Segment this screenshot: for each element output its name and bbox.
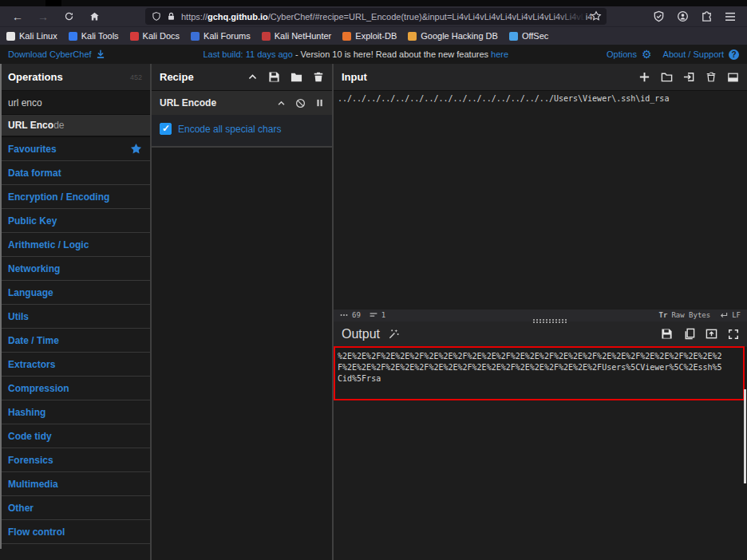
bookmark-item[interactable]: Kali Forums (191, 31, 251, 41)
category-item[interactable]: Hashing (0, 400, 150, 424)
category-item[interactable]: Favourites (0, 137, 150, 161)
operations-search-input[interactable] (0, 91, 150, 114)
gear-icon[interactable]: ⚙ (642, 49, 652, 60)
encoding-value[interactable]: Raw Bytes (671, 311, 710, 319)
category-item[interactable]: Forensics (0, 448, 150, 472)
clear-input-icon[interactable] (706, 71, 717, 83)
category-item[interactable]: Networking (0, 257, 150, 281)
eol-return-icon (719, 312, 728, 319)
add-input-tab-icon[interactable] (638, 71, 650, 83)
input-text[interactable]: ../../../../../../../../../../../../../.… (338, 93, 743, 105)
bookmark-label: Google Hacking DB (421, 31, 498, 41)
output-text[interactable]: %2E%2E%2F%2E%2E%2F%2E%2E%2F%2E%2E%2F%2E%… (334, 347, 728, 385)
reload-icon (64, 11, 74, 22)
download-icon[interactable] (96, 49, 105, 59)
shield-icon[interactable] (152, 11, 161, 22)
arg-checkbox[interactable] (160, 123, 172, 135)
recipe-panel: Recipe URL Encode Encode all special cha… (152, 64, 334, 560)
url-text[interactable]: https://gchq.github.io/CyberChef/#recipe… (181, 12, 600, 22)
category-item[interactable]: Compression (0, 377, 150, 400)
eol-value[interactable]: LF (732, 311, 741, 319)
text-encoding-icon[interactable]: Tr (659, 311, 668, 319)
lock-icon[interactable] (167, 11, 176, 22)
tab-strip (0, 0, 747, 6)
main-area: Operations 452 URL Encode Favourites Dat… (0, 64, 747, 560)
operation-args-row: Encode all special chars (152, 115, 332, 148)
copy-output-icon[interactable] (683, 328, 695, 340)
category-item[interactable]: Multimedia (0, 472, 150, 496)
line-count-icon (370, 312, 377, 319)
category-item[interactable]: Language (0, 281, 150, 305)
bookmark-favicon (509, 32, 518, 41)
bookmark-label: Kali Linux (19, 31, 57, 41)
bookmark-item[interactable]: Kali Tools (69, 31, 119, 41)
bookmark-favicon (130, 32, 139, 41)
extensions-icon[interactable] (701, 10, 713, 22)
category-label: Flow control (8, 526, 65, 538)
result-match-text: URL Enco (8, 120, 53, 131)
bookmark-item[interactable]: Kali NetHunter (262, 31, 332, 41)
account-icon[interactable] (677, 10, 689, 22)
reload-button[interactable] (59, 9, 78, 25)
scrollbar[interactable] (744, 389, 746, 483)
category-item[interactable]: Utils (0, 305, 150, 329)
category-item[interactable]: Date / Time (0, 329, 150, 353)
open-folder-input-icon[interactable] (683, 71, 695, 83)
forward-button[interactable]: → (34, 9, 53, 25)
op-disable-icon[interactable] (295, 98, 306, 108)
menu-icon[interactable] (725, 12, 736, 22)
category-item[interactable]: Public Key (0, 209, 150, 233)
category-label: Language (8, 287, 53, 298)
category-item[interactable]: Encryption / Encoding (0, 185, 150, 209)
category-item[interactable]: Flow control (0, 520, 150, 544)
recipe-operation[interactable]: URL Encode Encode all special chars (152, 91, 332, 148)
operations-search-row (0, 91, 150, 115)
url-domain: gchq.github.io (208, 12, 268, 22)
clear-recipe-icon[interactable] (313, 71, 324, 83)
panel-resize-handle[interactable] (533, 319, 567, 323)
category-item[interactable]: Data format (0, 161, 150, 185)
url-bar[interactable]: https://gchq.github.io/CyberChef/#recipe… (145, 8, 607, 25)
here-link[interactable]: here (491, 49, 508, 59)
last-build-link[interactable]: Last build: 11 days ago (204, 49, 293, 59)
category-label: Extractors (8, 359, 55, 370)
load-recipe-icon[interactable] (290, 71, 302, 83)
replace-input-icon[interactable] (706, 328, 717, 340)
help-icon[interactable]: ? (729, 49, 739, 60)
bookmark-star-icon[interactable] (591, 10, 602, 22)
char-count: 69 (352, 311, 361, 319)
split-view-icon[interactable] (727, 72, 739, 83)
about-support-link[interactable]: About / Support (663, 49, 724, 59)
favourites-star-icon[interactable] (130, 143, 142, 155)
bookmark-label: Kali Tools (81, 31, 119, 41)
operation-title-row[interactable]: URL Encode (152, 91, 332, 115)
open-file-icon[interactable] (661, 71, 673, 83)
category-item[interactable]: Code tidy (0, 424, 150, 448)
char-count-icon (340, 312, 348, 318)
save-output-icon[interactable] (661, 328, 673, 340)
bookmark-item[interactable]: Google Hacking DB (408, 31, 498, 41)
home-button[interactable] (85, 9, 104, 25)
bookmarks-bar: Kali Linux Kali Tools Kali Docs Kali For… (0, 26, 747, 45)
category-item[interactable]: Other (0, 496, 150, 520)
magic-wand-icon[interactable] (388, 328, 400, 340)
save-recipe-icon[interactable] (268, 71, 280, 83)
output-area[interactable]: %2E%2E%2F%2E%2E%2F%2E%2E%2F%2E%2E%2F%2E%… (334, 347, 747, 560)
bookmark-item[interactable]: Kali Docs (130, 31, 180, 41)
op-breakpoint-icon[interactable] (315, 98, 324, 108)
maximize-output-icon[interactable] (728, 329, 739, 340)
back-button[interactable]: ← (8, 9, 27, 25)
category-item[interactable]: Arithmetic / Logic (0, 233, 150, 257)
collapse-chevron-icon[interactable] (247, 72, 258, 82)
download-cyberchef-link[interactable]: Download CyberChef (8, 49, 92, 59)
bookmark-item[interactable]: Kali Linux (6, 31, 57, 41)
options-link[interactable]: Options (607, 49, 637, 59)
op-collapse-icon[interactable] (277, 99, 286, 108)
input-textarea[interactable]: ../../../../../../../../../../../../../.… (334, 91, 747, 310)
bookmark-item[interactable]: OffSec (509, 31, 548, 41)
operation-result-url-encode[interactable]: URL Encode (0, 115, 150, 137)
category-item[interactable]: Extractors (0, 353, 150, 377)
protections-shield-icon[interactable] (653, 10, 665, 22)
bookmark-item[interactable]: Exploit-DB (342, 31, 397, 41)
home-icon (89, 11, 100, 22)
